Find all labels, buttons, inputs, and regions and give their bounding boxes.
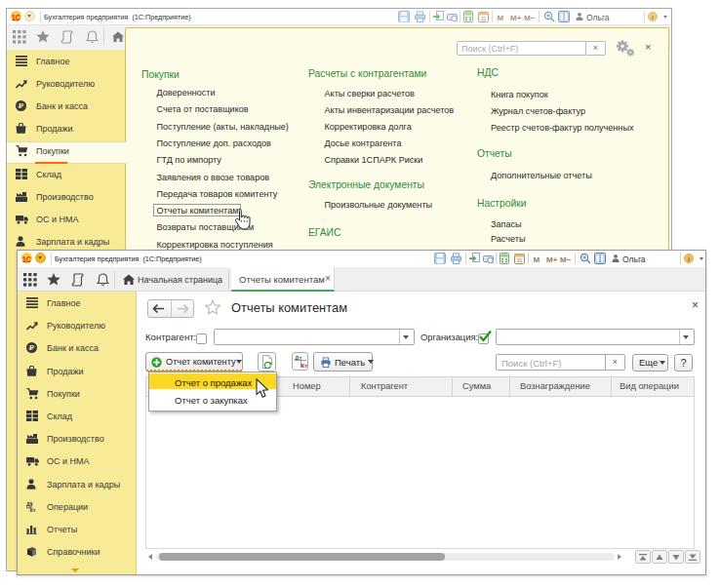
svg-text:i: i [652,14,654,20]
svg-text:31: 31 [481,16,487,21]
svg-text:31: 31 [517,257,523,263]
svg-text:i: i [688,255,690,262]
svg-text:P: P [29,344,35,353]
svg-text:P: P [19,101,24,110]
